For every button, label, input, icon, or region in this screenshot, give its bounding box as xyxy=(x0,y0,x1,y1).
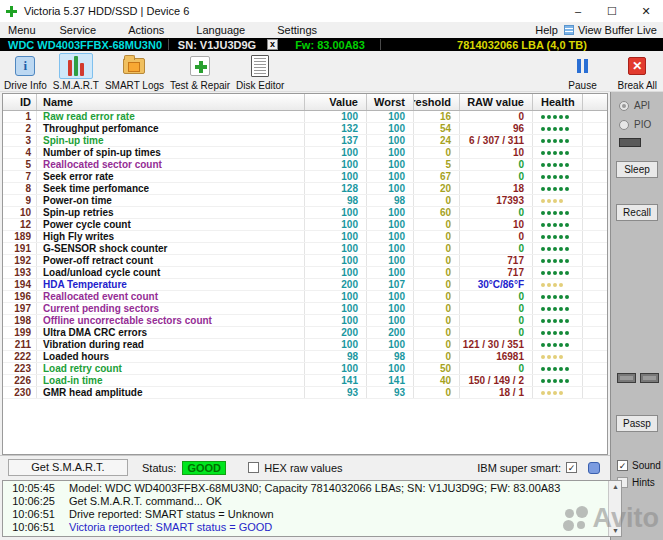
log-entry: 10:05:45Model: WDC WD4003FFBX-68MU3N0; C… xyxy=(3,482,607,495)
drive-info-label: Drive Info xyxy=(4,80,47,91)
table-row[interactable]: 192Power-off retract count1001000717 xyxy=(3,255,607,267)
cell-raw: 0 xyxy=(460,159,533,170)
test-repair-button[interactable]: Test & Repair xyxy=(170,53,230,91)
table-row[interactable]: 199Ultra DMA CRC errors20020000 xyxy=(3,327,607,339)
pio-radio[interactable] xyxy=(619,120,629,130)
scroll-up-icon[interactable]: ▲ xyxy=(609,481,622,492)
get-smart-button[interactable]: Get S.M.A.R.T. xyxy=(8,459,128,476)
cell-id: 4 xyxy=(3,147,37,158)
menu-item-actions[interactable]: Actions xyxy=(120,24,172,36)
smart-table-body: 1Raw read error rate1001001602Throughput… xyxy=(3,111,607,399)
table-row[interactable]: 196Reallocated event count10010000 xyxy=(3,291,607,303)
health-dots xyxy=(533,183,583,194)
pause-button[interactable]: Pause xyxy=(566,53,600,91)
table-row[interactable]: 191G-SENSOR shock counter10010000 xyxy=(3,243,607,255)
cell-treshold: 0 xyxy=(414,327,460,338)
scroll-down-icon[interactable]: ▼ xyxy=(609,525,622,536)
table-row[interactable]: 222Loaded hours9898016981 xyxy=(3,351,607,363)
table-row[interactable]: 226Load-in time14114140150 / 149 / 2 xyxy=(3,375,607,387)
cell-id: 193 xyxy=(3,267,37,278)
table-row[interactable]: 10Spin-up retries100100600 xyxy=(3,207,607,219)
log-scrollbar[interactable]: ▲ ▼ xyxy=(608,481,621,536)
table-row[interactable]: 7Seek error rate100100670 xyxy=(3,171,607,183)
table-row[interactable]: 9Power-on time9898017393 xyxy=(3,195,607,207)
health-dots xyxy=(533,255,583,266)
cell-treshold: 5 xyxy=(414,159,460,170)
log-message: Model: WDC WD4003FFBX-68MU3N0; Capacity … xyxy=(69,482,560,495)
passp-button[interactable]: Passp xyxy=(616,415,658,432)
device-close-button[interactable]: x xyxy=(267,39,278,50)
small-button-left[interactable] xyxy=(617,373,636,383)
cell-raw: 150 / 149 / 2 xyxy=(460,375,533,386)
header-raw: RAW value xyxy=(460,94,533,110)
cell-raw: 96 xyxy=(460,123,533,134)
cell-value: 132 xyxy=(305,123,367,134)
health-dots xyxy=(533,147,583,158)
recall-button[interactable]: Recall xyxy=(616,204,658,221)
cell-value: 100 xyxy=(305,207,367,218)
device-capacity: 7814032066 LBA (4,0 TB) xyxy=(381,39,663,51)
table-row[interactable]: 189High Fly writes10010000 xyxy=(3,231,607,243)
cell-value: 200 xyxy=(305,327,367,338)
sleep-button[interactable]: Sleep xyxy=(616,161,658,178)
menu-item-language[interactable]: Language xyxy=(188,24,253,36)
menu-item-service[interactable]: Service xyxy=(52,24,105,36)
red-x-icon: ✕ xyxy=(628,57,646,75)
table-row[interactable]: 197Current pending sectors10010000 xyxy=(3,303,607,315)
cell-raw: 17393 xyxy=(460,195,533,206)
cell-id: 8 xyxy=(3,183,37,194)
cell-worst: 100 xyxy=(367,363,414,374)
drive-info-button[interactable]: i Drive Info xyxy=(4,53,47,91)
hex-raw-checkbox[interactable] xyxy=(248,462,259,473)
disk-editor-button[interactable]: Disk Editor xyxy=(236,53,284,91)
table-row[interactable]: 230GMR head amplitude9393018 / 1 xyxy=(3,387,607,399)
health-dots xyxy=(533,363,583,374)
table-row[interactable]: 1Raw read error rate100100160 xyxy=(3,111,607,123)
view-buffer-live-button[interactable]: View Buffer Live xyxy=(564,24,663,36)
cell-id: 189 xyxy=(3,231,37,242)
cell-value: 100 xyxy=(305,315,367,326)
table-row[interactable]: 5Reallocated sector count10010050 xyxy=(3,159,607,171)
pio-radio-row[interactable]: PIO xyxy=(619,119,663,130)
cell-treshold: 0 xyxy=(414,267,460,278)
table-row[interactable]: 8Seek time perfomance1281002018 xyxy=(3,183,607,195)
cell-treshold: 0 xyxy=(414,243,460,254)
cell-worst: 100 xyxy=(367,135,414,146)
api-label: API xyxy=(634,100,650,111)
cell-treshold: 60 xyxy=(414,207,460,218)
menu-item-help[interactable]: Help xyxy=(529,24,564,36)
ibm-super-smart-checkbox[interactable] xyxy=(566,462,577,473)
cell-name: Seek time perfomance xyxy=(37,183,305,194)
break-all-button[interactable]: ✕ Break All xyxy=(618,53,657,91)
table-row[interactable]: 211Vibration during read1001000121 / 30 … xyxy=(3,339,607,351)
break-all-label: Break All xyxy=(618,80,657,91)
smart-button[interactable]: S.M.A.R.T xyxy=(53,53,99,91)
table-row[interactable]: 12Power cycle count100100010 xyxy=(3,219,607,231)
api-radio-row[interactable]: API xyxy=(619,100,663,111)
table-row[interactable]: 198Offline uncorrectable sectors count10… xyxy=(3,315,607,327)
minimize-button[interactable]: – xyxy=(561,0,595,22)
close-button[interactable]: ✕ xyxy=(629,0,663,22)
cell-name: Power-on time xyxy=(37,195,305,206)
health-dots xyxy=(533,327,583,338)
hints-checkbox-row[interactable]: Hints xyxy=(617,477,663,488)
table-row[interactable]: 193Load/unload cycle count1001000717 xyxy=(3,267,607,279)
small-button-right[interactable] xyxy=(640,373,659,383)
cell-name: Load retry count xyxy=(37,363,305,374)
api-radio[interactable] xyxy=(619,101,629,111)
table-row[interactable]: 4Number of spin-up times100100010 xyxy=(3,147,607,159)
cell-raw: 0 xyxy=(460,171,533,182)
maximize-button[interactable]: ☐ xyxy=(595,0,629,22)
hex-raw-checkbox-row[interactable]: HEX raw values xyxy=(248,462,342,474)
sound-checkbox-row[interactable]: Sound xyxy=(617,460,663,471)
table-row[interactable]: 3Spin-up time137100246 / 307 / 311 xyxy=(3,135,607,147)
table-row[interactable]: 2Throughput perfomance1321005496 xyxy=(3,123,607,135)
menu-item-settings[interactable]: Settings xyxy=(269,24,325,36)
smart-logs-button[interactable]: SMART Logs xyxy=(105,53,164,91)
table-row[interactable]: 194HDA Temperature200107030°C/86°F xyxy=(3,279,607,291)
table-row[interactable]: 223Load retry count100100500 xyxy=(3,363,607,375)
sound-checkbox[interactable] xyxy=(617,460,628,471)
log-timestamp: 10:06:25 xyxy=(3,495,55,508)
menu-item-menu[interactable]: Menu xyxy=(0,24,44,36)
health-dots xyxy=(533,351,583,362)
